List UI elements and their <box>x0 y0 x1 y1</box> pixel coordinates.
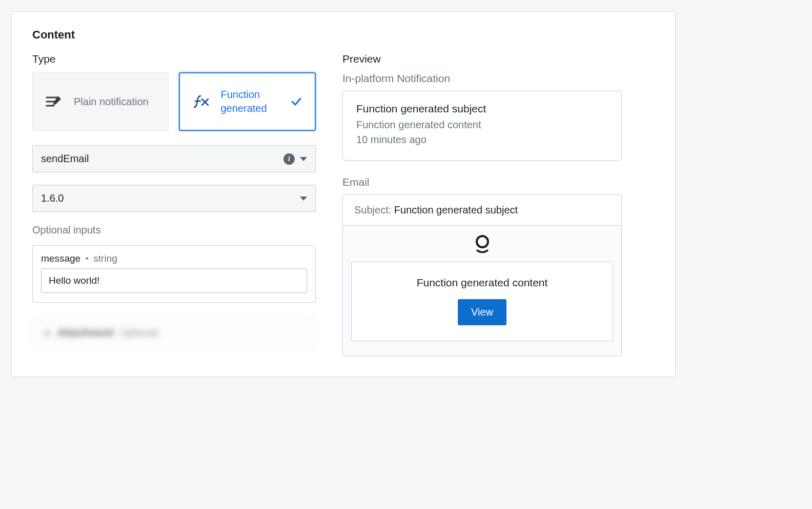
type-option-plain-label: Plain notification <box>74 95 157 109</box>
function-icon <box>191 94 212 109</box>
version-select-value: 1.6.0 <box>41 192 64 204</box>
optional-inputs-label: Optional inputs <box>32 224 316 236</box>
email-content: Function generated content <box>417 277 548 289</box>
section-title: Content <box>32 28 655 42</box>
type-option-plain[interactable]: Plain notification <box>32 72 169 131</box>
message-input-card: message • string <box>32 245 316 303</box>
message-input[interactable] <box>41 268 307 293</box>
notification-preview: Function generated subject Function gene… <box>342 91 622 161</box>
chevron-down-icon <box>300 197 307 201</box>
function-select-actions: i <box>283 153 307 165</box>
column-right: Preview In-platform Notification Functio… <box>342 53 622 356</box>
type-label: Type <box>32 53 316 65</box>
attachment-hint: Optional <box>120 327 158 339</box>
email-subject: Function generated subject <box>394 204 518 216</box>
notification-content: Function generated content <box>356 119 608 131</box>
separator-dot: • <box>85 253 89 264</box>
email-header: Subject: Function generated subject <box>343 195 621 226</box>
type-options: Plain notification Function generated <box>32 72 316 131</box>
platform-logo-icon <box>473 234 492 254</box>
chevron-down-icon <box>300 157 307 161</box>
inplatform-label: In-platform Notification <box>342 72 622 85</box>
email-preview: Subject: Function generated subject Func… <box>342 194 622 356</box>
info-icon[interactable]: i <box>283 153 295 165</box>
message-input-type: string <box>93 253 117 264</box>
notification-time: 10 minutes ago <box>356 134 608 146</box>
svg-point-0 <box>477 236 488 247</box>
chevron-right-icon: ▶ <box>45 328 51 338</box>
message-input-meta: message • string <box>41 253 307 264</box>
type-option-function[interactable]: Function generated <box>179 72 316 131</box>
email-body: Function generated content View <box>343 226 621 356</box>
function-select[interactable]: sendEmail i <box>32 145 316 172</box>
column-left: Type Plain notification <box>32 53 316 356</box>
version-select[interactable]: 1.6.0 <box>32 185 316 212</box>
type-option-function-label: Function generated <box>221 88 281 115</box>
version-select-actions <box>300 197 307 201</box>
attachment-label: Attachment <box>57 327 114 339</box>
plain-text-icon <box>44 95 65 108</box>
notification-subject: Function generated subject <box>356 103 608 115</box>
columns: Type Plain notification <box>32 53 655 356</box>
email-inner-card: Function generated content View <box>351 262 613 341</box>
message-input-name: message <box>41 253 80 264</box>
attachment-card-blurred: ▶ Attachment Optional <box>32 316 316 349</box>
content-panel: Content Type Plain notification <box>11 11 676 377</box>
view-button[interactable]: View <box>458 299 506 325</box>
function-select-value: sendEmail <box>41 153 89 165</box>
email-subject-label: Subject: <box>354 204 391 216</box>
email-label: Email <box>342 176 622 188</box>
check-icon <box>290 95 303 108</box>
preview-label: Preview <box>342 53 622 65</box>
